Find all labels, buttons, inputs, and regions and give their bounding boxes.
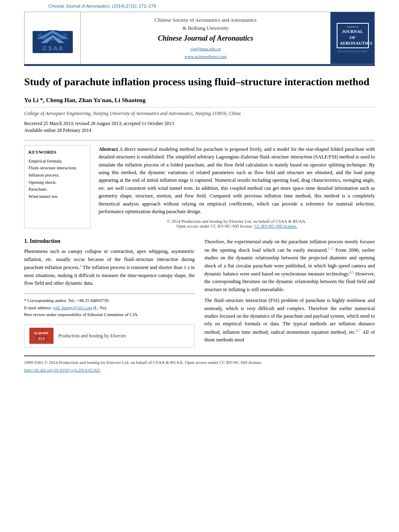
- bottom-doi: http://dx.doi.org/10.1016/j.cja.2014.02.…: [24, 366, 375, 374]
- bottom-bar: 1000-9361 © 2014 Production and hosting …: [24, 355, 375, 377]
- keyword-opening: Opening shock;: [29, 179, 86, 186]
- elsevier-footer: ELSEVIER ELS Production and hosting by E…: [24, 324, 195, 347]
- csaa-logo-svg: C S A A: [33, 23, 73, 53]
- journal-citation-link[interactable]: Chinese Journal of Aeronautics, (2014),2…: [24, 1, 180, 11]
- cc-license-link[interactable]: CC BY-NC-ND license.: [254, 224, 297, 228]
- abstract-label: Abstract: [99, 146, 118, 152]
- col-right: Therefore, the experimental study on the…: [204, 238, 375, 347]
- keywords-title: KEYWORDS: [29, 150, 86, 154]
- ref-6-7: 6,7: [356, 329, 360, 333]
- ref-4-5: 4,5: [350, 270, 354, 274]
- footnotes: * Corresponding author. Tel.: +86 25 848…: [24, 294, 195, 318]
- abstract-text-box: Abstract A direct numerical modeling met…: [99, 145, 375, 228]
- doi-link[interactable]: http://dx.doi.org/10.1016/j.cja.2014.02.…: [24, 368, 101, 372]
- keyword-fsi: Fluid–structure interaction;: [29, 164, 86, 172]
- publisher-name: Chinese Society of Aeronautics and Astro…: [154, 16, 257, 32]
- body-columns: 1. Introduction Phenomena such as canopy…: [24, 238, 375, 347]
- footnote-peer: Peer review under responsibility of Edit…: [24, 311, 195, 318]
- journal-website[interactable]: www.sciencedirect.com: [185, 54, 227, 59]
- abstract-body: Abstract A direct numerical modeling met…: [99, 145, 375, 216]
- svg-text:ELS: ELS: [38, 337, 45, 341]
- ref-2-5: 2–5: [328, 246, 333, 251]
- csaa-logo-area: C S A A: [25, 12, 81, 64]
- main-content: Study of parachute inflation process usi…: [24, 66, 375, 347]
- right-para-2: The fluid–structure interaction (FSI) pr…: [204, 297, 375, 344]
- svg-text:ELSEVIER: ELSEVIER: [35, 332, 49, 335]
- elsevier-note: HOSTED BY ELSEVIER: [338, 50, 368, 53]
- journal-header-center: Chinese Society of Aeronautics and Astro…: [81, 12, 330, 64]
- right-para-1: Therefore, the experimental study on the…: [204, 238, 375, 294]
- keyword-wind: Wind tunnel test: [29, 193, 86, 200]
- journal-logo-box: CHINESE JOURNAL OF AERONAUTICS: [337, 23, 369, 48]
- article-title: Study of parachute inflation process usi…: [24, 76, 375, 89]
- keywords-box: KEYWORDS Empirical formula; Fluid–struct…: [24, 145, 90, 228]
- elsevier-footer-text: Production and hosting by Elsevier: [58, 333, 126, 339]
- journal-logo-right: CHINESE JOURNAL OF AERONAUTICS HOSTED BY…: [330, 12, 374, 64]
- keyword-parachute: Parachute;: [29, 186, 86, 193]
- footnote-email-link[interactable]: yuli_happy@163.com: [53, 305, 92, 310]
- elsevier-logo-svg: ELSEVIER ELS: [31, 329, 51, 343]
- received-dates: Received 25 March 2013; revised 28 Augus…: [24, 121, 375, 127]
- keyword-inflation: Inflation process;: [29, 172, 86, 179]
- journal-links: cja@buaa.edu.cn www.sciencedirect.com: [185, 45, 227, 60]
- keyword-empirical: Empirical formula;: [29, 158, 86, 165]
- journal-header: C S A A Chinese Society of Aeronautics a…: [24, 12, 375, 64]
- copyright-line: © 2014 Production and hosting by Elsevie…: [99, 219, 375, 228]
- journal-email[interactable]: cja@buaa.edu.cn: [190, 46, 220, 51]
- bottom-issn: 1000-9361 © 2014 Production and hosting …: [24, 359, 375, 366]
- journal-title: Chinese Journal of Aeronautics: [158, 34, 253, 43]
- intro-para-1: Phenomena such as canopy collapse or con…: [24, 248, 195, 287]
- intro-heading: 1. Introduction: [24, 238, 195, 244]
- affiliation: College of Aerospace Engineering, Nanjin…: [24, 107, 375, 117]
- footnote-email: E-mail address: yuli_happy@163.com (L. Y…: [24, 304, 195, 312]
- footnote-star: * Corresponding author. Tel.: +86 25 848…: [24, 297, 195, 304]
- col-left: 1. Introduction Phenomena such as canopy…: [24, 238, 195, 347]
- authors: Yu Li *, Cheng Han, Zhan Ya'nan, Li Shao…: [24, 97, 375, 104]
- available-date: Available online 28 February 2014: [24, 127, 375, 134]
- abstract-section: KEYWORDS Empirical formula; Fluid–struct…: [24, 140, 375, 228]
- elsevier-logo: ELSEVIER ELS: [29, 328, 53, 344]
- svg-text:C S A A: C S A A: [43, 45, 63, 51]
